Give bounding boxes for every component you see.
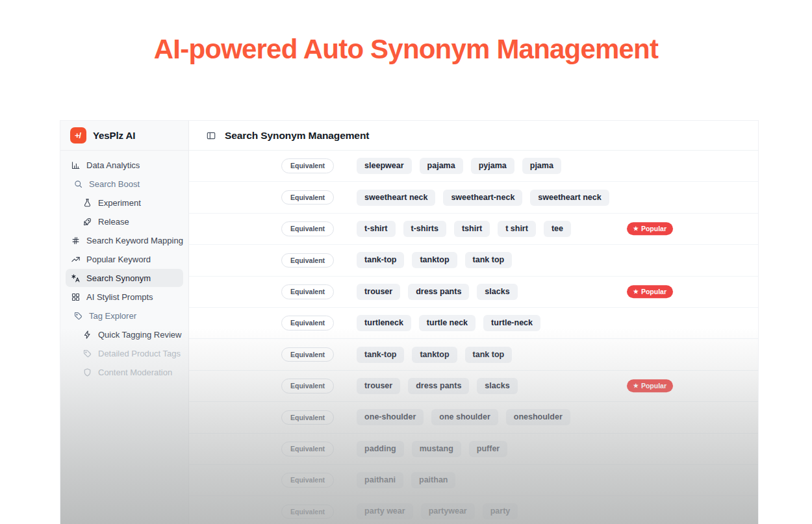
sidebar-item-label: Search Synonym (86, 273, 151, 283)
synonym-chip: slacks (477, 284, 517, 300)
sidebar-item-search-keyword-mapping[interactable]: Search Keyword Mapping (66, 231, 183, 249)
synonym-chip: mustang (412, 441, 461, 457)
relation-badge: Equivalent (281, 190, 334, 205)
sidebar-item-search-synonym[interactable]: Search Synonym (66, 269, 183, 287)
synonym-rows-list: EquivalentsleepwearpajamapyjamapjamaEqui… (189, 151, 758, 524)
synonym-chip: padding (357, 441, 404, 457)
synonym-chip: puffer (469, 441, 507, 457)
synonym-chip: party (483, 503, 518, 519)
sidebar-item-search-boost[interactable]: Search Boost (66, 175, 183, 193)
synonym-terms: paithanipaithan (357, 472, 455, 488)
sidebar-item-label: Release (98, 217, 129, 227)
sidebar-item-popular-keyword[interactable]: Popular Keyword (66, 250, 183, 268)
sidebar-item-data-analytics[interactable]: Data Analytics (66, 156, 183, 174)
synonym-terms: party wearpartywearparty (357, 503, 518, 519)
synonym-row[interactable]: Equivalenttrouserdress pantsslacks★Popul… (189, 277, 758, 308)
synonym-row[interactable]: Equivalentsleepwearpajamapyjamapjama (189, 151, 758, 182)
synonym-chip: turtle neck (419, 315, 476, 331)
synonym-row[interactable]: Equivalentpaddingmustangpuffer (189, 434, 758, 465)
synonym-terms: sweetheart necksweetheart-necksweetheart… (357, 190, 609, 206)
synonym-terms: trouserdress pantsslacks (357, 378, 517, 394)
popular-badge: ★Popular (627, 380, 673, 393)
synonym-row[interactable]: Equivalentpaithanipaithan (189, 465, 758, 496)
synonym-chip: sleepwear (357, 158, 411, 174)
synonym-row[interactable]: Equivalentone-shoulderone shoulderonesho… (189, 402, 758, 433)
synonym-row[interactable]: Equivalenttrouserdress pantsslacks★Popul… (189, 371, 758, 402)
flask-icon (82, 198, 92, 208)
grid-icon (71, 292, 81, 302)
sidebar-item-label: Search Keyword Mapping (86, 236, 183, 245)
synonym-row[interactable]: Equivalentparty wearpartywearparty (189, 496, 758, 524)
synonym-terms: trouserdress pantsslacks (357, 284, 517, 300)
sidebar-item-ai-stylist-prompts[interactable]: AI Stylist Prompts (66, 288, 183, 306)
sidebar-item-tag-explorer[interactable]: Tag Explorer (66, 306, 183, 325)
synonym-chip: t shirt (498, 221, 536, 237)
synonym-terms: sleepwearpajamapyjamapjama (357, 158, 561, 174)
relation-badge: Equivalent (281, 253, 334, 268)
synonym-terms: turtleneckturtle neckturtle-neck (357, 315, 540, 331)
synonym-chip: t-shirt (357, 221, 395, 237)
rocket-icon (82, 217, 92, 227)
popular-badge-label: Popular (641, 382, 666, 390)
brand: +/ YesPlz AI (60, 121, 188, 151)
sidebar-item-label: Detailed Product Tags (98, 349, 181, 358)
synonym-chip: sweetheart neck (530, 190, 609, 206)
hash-icon (71, 236, 81, 245)
sidebar-item-content-moderation: Content Moderation (66, 363, 183, 381)
app-window: +/ YesPlz AI Data AnalyticsSearch BoostE… (60, 120, 759, 524)
trending-up-icon (71, 255, 81, 264)
yesplz-logo-icon: +/ (70, 127, 86, 143)
relation-badge: Equivalent (281, 442, 334, 456)
relation-badge: Equivalent (281, 221, 334, 236)
tag-icon (73, 311, 83, 321)
synonym-chip: trouser (357, 378, 400, 394)
sidebar-item-experiment[interactable]: Experiment (66, 193, 183, 212)
synonym-chip: partywear (421, 503, 475, 519)
synonym-terms: t-shirtt-shirtstshirtt shirttee (357, 221, 571, 237)
synonym-row[interactable]: Equivalentt-shirtt-shirtstshirtt shirtte… (189, 214, 758, 245)
sidebar-item-label: Popular Keyword (86, 255, 151, 264)
app-header-title: Search Synonym Management (225, 130, 369, 142)
synonym-chip: pjama (522, 158, 561, 174)
synonym-row[interactable]: Equivalenttank-toptanktoptank top (189, 245, 758, 276)
shield-icon (82, 368, 92, 377)
app-header: Search Synonym Management (189, 121, 758, 151)
synonym-row[interactable]: Equivalenttank-toptanktoptank top (189, 339, 758, 370)
synonym-chip: dress pants (408, 284, 469, 300)
synonym-terms: tank-toptanktoptank top (357, 347, 512, 363)
synonym-chip: turtle-neck (483, 315, 540, 331)
star-icon: ★ (633, 289, 639, 295)
panel-left-icon[interactable] (206, 131, 216, 141)
synonym-chip: slacks (477, 378, 517, 394)
sidebar-item-label: AI Stylist Prompts (86, 292, 153, 302)
sidebar: +/ YesPlz AI Data AnalyticsSearch BoostE… (60, 121, 189, 524)
sidebar-item-release[interactable]: Release (66, 212, 183, 231)
sidebar-item-label: Data Analytics (86, 160, 140, 170)
synonym-chip: paithan (411, 472, 455, 488)
synonym-chip: tanktop (412, 252, 457, 268)
synonym-chip: one shoulder (431, 409, 498, 425)
main-content: Search Synonym Management Equivalentslee… (189, 121, 758, 524)
tag-icon (82, 349, 92, 358)
synonym-chip: t-shirts (403, 221, 446, 237)
sidebar-item-quick-tagging-review[interactable]: Quick Tagging Review (66, 325, 183, 343)
synonym-chip: tank-top (357, 252, 404, 268)
synonym-chip: sweetheart neck (357, 190, 435, 206)
synonym-row[interactable]: Equivalentsweetheart necksweetheart-neck… (189, 182, 758, 213)
synonym-chip: pyjama (471, 158, 514, 174)
relation-badge: Equivalent (281, 284, 334, 299)
sidebar-nav: Data AnalyticsSearch BoostExperimentRele… (60, 151, 188, 387)
popular-badge: ★Popular (627, 223, 673, 236)
synonym-chip: tank-top (357, 347, 404, 363)
sidebar-item-label: Content Moderation (98, 368, 172, 377)
synonym-chip: tee (544, 221, 571, 237)
star-icon: ★ (633, 383, 639, 389)
synonym-terms: paddingmustangpuffer (357, 441, 507, 457)
synonym-terms: one-shoulderone shoulderoneshoulder (357, 409, 570, 425)
sidebar-item-label: Search Boost (89, 179, 140, 189)
synonym-row[interactable]: Equivalentturtleneckturtle neckturtle-ne… (189, 308, 758, 339)
brand-name: YesPlz AI (93, 130, 135, 141)
relation-badge: Equivalent (281, 410, 334, 425)
synonym-chip: tank top (465, 252, 513, 268)
relation-badge: Equivalent (281, 316, 334, 331)
